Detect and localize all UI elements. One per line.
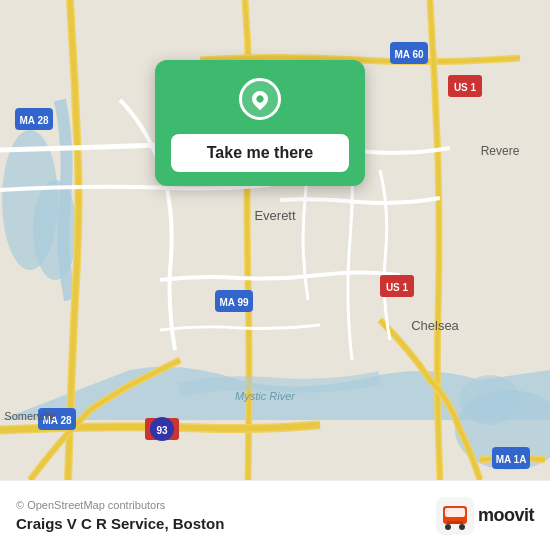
svg-text:MA 1A: MA 1A xyxy=(496,454,527,465)
svg-point-30 xyxy=(445,524,451,530)
svg-rect-32 xyxy=(447,521,463,524)
bottom-bar: © OpenStreetMap contributors Craigs V C … xyxy=(0,480,550,550)
svg-text:Mystic River: Mystic River xyxy=(235,390,296,402)
svg-text:Chelsea: Chelsea xyxy=(411,318,459,333)
location-card: Take me there xyxy=(155,60,365,186)
location-info: © OpenStreetMap contributors Craigs V C … xyxy=(16,499,224,532)
svg-text:93: 93 xyxy=(156,425,168,436)
svg-text:Everett: Everett xyxy=(254,208,296,223)
svg-text:Somerville: Somerville xyxy=(4,410,55,422)
moovit-logo: moovit xyxy=(436,497,534,535)
location-title: Craigs V C R Service, Boston xyxy=(16,515,224,532)
svg-text:MA 99: MA 99 xyxy=(219,297,249,308)
svg-text:Revere: Revere xyxy=(481,144,520,158)
moovit-icon xyxy=(436,497,474,535)
svg-rect-29 xyxy=(445,508,465,517)
svg-point-4 xyxy=(460,375,520,425)
svg-point-31 xyxy=(459,524,465,530)
copyright-text: © OpenStreetMap contributors xyxy=(16,499,224,511)
moovit-label: moovit xyxy=(478,505,534,526)
location-pin-icon xyxy=(249,88,272,111)
svg-text:MA 60: MA 60 xyxy=(394,49,424,60)
take-me-there-button[interactable]: Take me there xyxy=(171,134,349,172)
svg-text:US 1: US 1 xyxy=(454,82,477,93)
svg-text:MA 28: MA 28 xyxy=(19,115,49,126)
pin-icon-container xyxy=(239,78,281,120)
map-area: MA 28 MA 99 MA 60 US 1 US 1 93 MA 28 MA … xyxy=(0,0,550,480)
svg-text:US 1: US 1 xyxy=(386,282,409,293)
